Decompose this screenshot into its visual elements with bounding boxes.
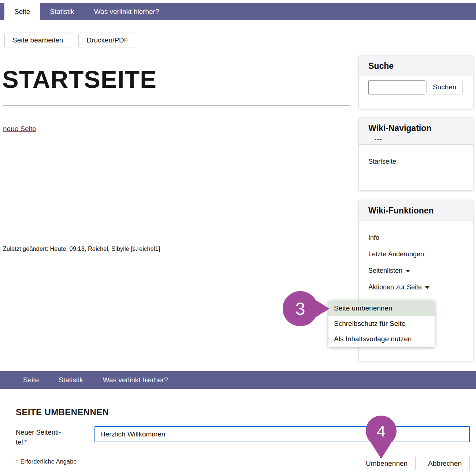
print-pdf-button[interactable]: Drucken/PDF — [78, 33, 136, 48]
new-title-field-label: Neuer Seitenti-tel* — [16, 428, 82, 447]
new-title-input[interactable] — [94, 426, 470, 442]
search-input[interactable] — [368, 80, 425, 94]
required-marker: * — [25, 438, 27, 446]
annotation-step-4: 4 — [366, 416, 397, 460]
tab-was-verlinkt-hierher-bottom[interactable]: Was verlinkt hierher? — [93, 371, 178, 389]
search-box-title: Suche — [359, 56, 473, 76]
tab-seite-bottom[interactable]: Seite — [13, 371, 49, 389]
wiki-functions-title: Wiki-Funktionen — [359, 200, 473, 221]
annotation-tail-down — [371, 443, 391, 459]
tab-statistik[interactable]: Statistik — [40, 3, 84, 20]
function-item-label: Aktionen zur Seite — [368, 283, 422, 291]
required-note: *Erforderliche Angabe — [16, 458, 77, 465]
edit-page-button[interactable]: Seite bearbeiten — [4, 33, 71, 48]
navigation-item-startseite[interactable]: Startseite — [359, 145, 473, 170]
tab-statistik-bottom[interactable]: Statistik — [49, 371, 93, 389]
function-item-info[interactable]: Info — [359, 230, 473, 246]
annotation-tail-right — [313, 299, 330, 319]
annotation-number: 4 — [366, 416, 397, 446]
tab-was-verlinkt-hierher[interactable]: Was verlinkt hierher? — [84, 3, 169, 20]
top-tabbar: Seite Statistik Was verlinkt hierher? — [0, 3, 476, 20]
page-actions-menu: Seite umbenennen Schreibschutz für Seite… — [328, 301, 435, 347]
chevron-down-icon — [406, 270, 410, 272]
page-title: STARTSEITE — [2, 65, 157, 93]
wiki-navigation-box: Wiki-Navigation ... Startseite — [359, 118, 473, 190]
menu-item-inhaltsvorlage[interactable]: Als Inhaltsvorlage nutzen — [328, 331, 435, 347]
menu-item-seite-umbenennen[interactable]: Seite umbenennen — [328, 301, 435, 316]
rename-section-title: SEITE UMBENENNEN — [16, 407, 109, 417]
wiki-functions-list: Info Letzte Änderungen Seitenlisten Akti… — [359, 221, 473, 295]
new-page-link[interactable]: neue Seite — [3, 125, 36, 133]
search-button[interactable]: Suchen — [426, 80, 463, 94]
field-label-line2: tel — [16, 438, 23, 446]
required-marker: * — [16, 458, 18, 465]
annotation-number: 3 — [283, 291, 318, 326]
function-item-aktionen-zur-seite[interactable]: Aktionen zur Seite — [359, 279, 473, 295]
function-item-label: Seitenlisten — [368, 267, 402, 274]
wiki-navigation-title: Wiki-Navigation — [359, 118, 473, 133]
rename-cancel-button[interactable]: Abbrechen — [420, 456, 470, 471]
wiki-page: Seite Statistik Was verlinkt hierher? Se… — [0, 0, 476, 476]
field-label-line1: Neuer Seitenti- — [16, 428, 61, 436]
navigation-expand-toggle[interactable]: ... — [359, 133, 473, 144]
function-item-seitenlisten[interactable]: Seitenlisten — [359, 263, 473, 279]
page-toolbar: Seite bearbeiten Drucken/PDF — [4, 33, 136, 48]
annotation-step-3: 3 — [283, 291, 334, 326]
bottom-tabbar: Seite Statistik Was verlinkt hierher? — [0, 371, 476, 389]
chevron-down-icon — [425, 286, 429, 289]
required-note-text: Erforderliche Angabe — [20, 458, 77, 465]
tab-seite[interactable]: Seite — [4, 3, 40, 20]
menu-item-schreibschutz[interactable]: Schreibschutz für Seite — [328, 316, 435, 331]
search-box: Suche Suchen — [359, 56, 473, 109]
title-divider — [3, 105, 350, 105]
last-changed-text: Zuletzt geändert: Heute, 09:13, Reichel,… — [3, 245, 160, 252]
function-item-letzte-aenderungen[interactable]: Letzte Änderungen — [359, 246, 473, 263]
